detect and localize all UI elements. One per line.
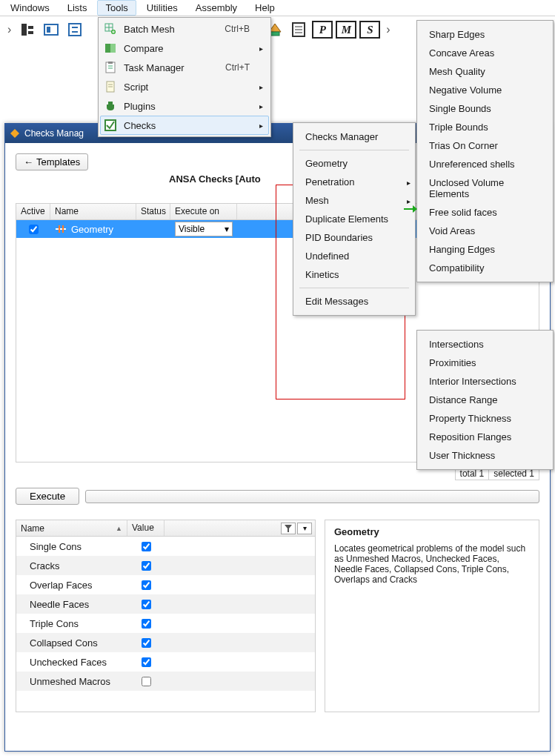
prop-checkbox[interactable] (142, 638, 151, 648)
extra-item-reposition-flanges[interactable]: Reposition Flanges (417, 428, 553, 446)
tools-item-plugins[interactable]: Plugins▸ (100, 96, 269, 116)
svg-rect-8 (270, 32, 279, 36)
prop-checkbox[interactable] (142, 677, 151, 686)
prop-checkbox[interactable] (142, 657, 151, 667)
prop-checkbox[interactable] (142, 542, 151, 551)
toolbar-m-icon[interactable]: M (336, 21, 356, 39)
submenu-item-edit-messages[interactable]: Edit Messages (293, 292, 415, 311)
templates-label: Templates (36, 156, 80, 168)
col-execute-on[interactable]: Execute on (170, 204, 237, 219)
toolbar-overflow-left-icon[interactable]: › (4, 23, 14, 36)
menu-item-label: Plugins (124, 101, 250, 112)
prop-checkbox[interactable] (142, 619, 151, 629)
prop-name: Unchecked Faces (16, 657, 127, 668)
submenu-arrow-icon: ▸ (407, 178, 411, 186)
extra-item-user-thickness[interactable]: User Thickness (417, 446, 553, 465)
mesh-item-unclosed-volume-elements[interactable]: Unclosed Volume Elements (417, 173, 553, 203)
check-icon (103, 118, 118, 133)
filter-menu-button[interactable]: ▾ (297, 523, 312, 534)
geometry-row-icon (55, 224, 67, 234)
toolbar-btn-2[interactable] (41, 19, 62, 40)
mesh-item-mesh-quality[interactable]: Mesh Quality (417, 62, 553, 81)
mesh-item-free-solid-faces[interactable]: Free solid faces (417, 203, 553, 222)
toolbar-p-icon[interactable]: P (312, 21, 333, 39)
menu-lists[interactable]: Lists (60, 1, 95, 15)
col-active[interactable]: Active (16, 204, 50, 219)
mesh-item-sharp-edges[interactable]: Sharp Edges (417, 25, 553, 44)
prop-row-unchecked-faces[interactable]: Unchecked Faces (16, 652, 315, 672)
task-icon (103, 60, 118, 75)
submenu-item-duplicate-elements[interactable]: Duplicate Elements (293, 210, 415, 228)
toolbar-overflow-right-icon[interactable]: › (383, 23, 393, 36)
prop-name: Collapsed Cons (16, 637, 127, 649)
tools-item-task-manager[interactable]: Task ManagerCtrl+T (100, 58, 269, 77)
menu-help[interactable]: Help (247, 1, 282, 15)
prop-row-triple-cons[interactable]: Triple Cons (16, 614, 315, 633)
toolbar-btn-5[interactable] (288, 19, 309, 40)
mesh-item-negative-volume[interactable]: Negative Volume (417, 81, 553, 99)
execute-on-dropdown[interactable]: Visible ▾ (175, 222, 233, 236)
toolbar-btn-1[interactable] (17, 19, 38, 40)
submenu-item-geometry[interactable]: Geometry (293, 154, 415, 173)
col-name[interactable]: Name (50, 204, 136, 219)
prop-row-collapsed-cons[interactable]: Collapsed Cons (16, 633, 315, 652)
tools-item-batch-mesh[interactable]: Batch MeshCtrl+B (100, 19, 269, 39)
prop-checkbox[interactable] (142, 580, 151, 590)
prop-row-cracks[interactable]: Cracks (16, 556, 315, 575)
progress-bar (85, 490, 539, 503)
mesh-item-compatibility[interactable]: Compatibility (417, 259, 553, 277)
mesh-item-unreferenced-shells[interactable]: Unreferenced shells (417, 155, 553, 173)
mesh-item-single-bounds[interactable]: Single Bounds (417, 99, 553, 118)
tools-menu: Batch MeshCtrl+BCompare▸Task ManagerCtrl… (98, 17, 271, 137)
submenu-item-pid-boundaries[interactable]: PID Boundaries (293, 228, 415, 247)
prop-checkbox[interactable] (142, 561, 151, 571)
toolbar-s-icon[interactable]: S (359, 21, 380, 39)
grid-plus-icon (103, 21, 118, 36)
extra-item-intersections[interactable]: Intersections (417, 335, 553, 354)
tools-item-compare[interactable]: Compare▸ (100, 39, 269, 58)
prop-name: Triple Cons (16, 618, 127, 629)
execute-button[interactable]: Execute (16, 488, 79, 505)
extra-item-property-thickness[interactable]: Property Thickness (417, 409, 553, 428)
description-body: Locates geometrical problems of the mode… (334, 543, 530, 585)
extra-submenu: IntersectionsProximitiesInterior Interse… (416, 330, 554, 470)
prop-row-overlap-faces[interactable]: Overlap Faces (16, 575, 315, 594)
prop-checkbox[interactable] (142, 600, 151, 609)
execute-on-value: Visible (179, 224, 205, 234)
menu-tools[interactable]: Tools (97, 0, 136, 16)
menu-windows[interactable]: Windows (3, 1, 57, 15)
submenu-item-mesh[interactable]: Mesh▸ (293, 191, 415, 210)
menu-assembly[interactable]: Assembly (188, 1, 245, 15)
props-col-name[interactable]: Name ▲ (16, 520, 127, 536)
mesh-item-trias-on-corner[interactable]: Trias On Corner (417, 136, 553, 155)
submenu-item-kinetics[interactable]: Kinetics (293, 265, 415, 284)
menu-utilities[interactable]: Utilities (139, 1, 185, 15)
properties-panel: Name ▲ Value ▾ Single ConsCracksOverlap … (16, 520, 316, 712)
svg-rect-24 (105, 44, 110, 53)
extra-item-distance-range[interactable]: Distance Range (417, 391, 553, 409)
submenu-item-checks-manager[interactable]: Checks Manager (293, 127, 415, 146)
prop-name: Single Cons (16, 541, 127, 552)
toolbar-btn-3[interactable] (64, 19, 85, 40)
filter-button[interactable] (281, 523, 296, 534)
tools-item-checks[interactable]: Checks▸ (100, 116, 269, 135)
props-col-value[interactable]: Value (127, 520, 164, 536)
plug-icon (103, 99, 118, 113)
prop-row-needle-faces[interactable]: Needle Faces (16, 594, 315, 614)
row-active-checkbox[interactable] (29, 225, 39, 234)
templates-button[interactable]: ← Templates (16, 153, 88, 170)
submenu-item-penetration[interactable]: Penetration▸ (293, 173, 415, 191)
menu-item-label: Batch Mesh (124, 24, 219, 35)
mesh-item-void-areas[interactable]: Void Areas (417, 222, 553, 240)
submenu-item-undefined[interactable]: Undefined (293, 247, 415, 265)
mesh-item-triple-bounds[interactable]: Triple Bounds (417, 118, 553, 136)
mesh-item-hanging-edges[interactable]: Hanging Edges (417, 240, 553, 259)
mesh-item-concave-areas[interactable]: Concave Areas (417, 44, 553, 62)
extra-item-proximities[interactable]: Proximities (417, 354, 553, 372)
prop-row-single-cons[interactable]: Single Cons (16, 537, 315, 556)
prop-row-unmeshed-macros[interactable]: Unmeshed Macros (16, 672, 315, 691)
col-status[interactable]: Status (136, 204, 170, 219)
extra-item-interior-intersections[interactable]: Interior Intersections (417, 372, 553, 391)
submenu-arrow-icon: ▸ (256, 122, 263, 130)
tools-item-script[interactable]: Script▸ (100, 77, 269, 96)
